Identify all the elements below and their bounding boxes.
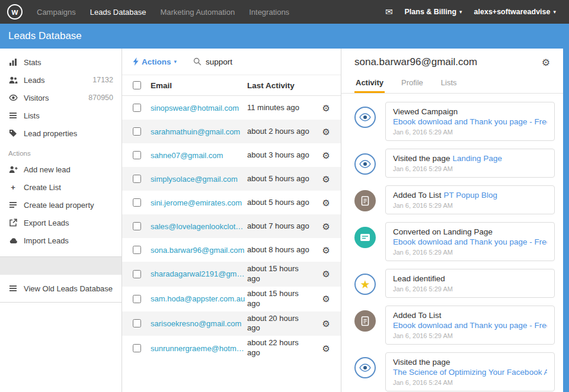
activity-title: Visited the page bbox=[393, 154, 450, 163]
sidebar-item-stats[interactable]: Stats bbox=[0, 53, 122, 71]
lead-email-link[interactable]: sam.hoda@appster.com.au bbox=[151, 294, 247, 303]
wishpond-logo[interactable]: w bbox=[7, 4, 23, 20]
row-checkbox[interactable] bbox=[133, 344, 141, 352]
sidebar-divider-gap bbox=[0, 257, 122, 275]
activity-item: Added To ListPT Popup Blog Jan 6, 2016 5… bbox=[354, 185, 555, 214]
actions-dropdown-button[interactable]: Actions ▾ bbox=[133, 57, 177, 66]
lead-email-link[interactable]: sona.barwar96@gmail.com bbox=[151, 246, 247, 255]
activity-link[interactable]: Ebook download and Thank you page - Free… bbox=[393, 237, 547, 246]
row-checkbox[interactable] bbox=[133, 319, 141, 327]
row-gear-icon[interactable]: ⚙ bbox=[322, 175, 330, 184]
select-all-checkbox[interactable] bbox=[133, 81, 141, 89]
activity-date: Jan 6, 2016 5:29 AM bbox=[393, 285, 547, 293]
sidebar-item-label: Add new lead bbox=[24, 165, 71, 174]
leads-rows: sinopswear@hotmail.com 11 minutes ago ⚙ … bbox=[122, 96, 341, 392]
sidebar-item-import-leads[interactable]: Import Leads bbox=[0, 232, 122, 249]
lead-email-link[interactable]: sales@lovelagenlookclothing.co… bbox=[151, 222, 247, 231]
row-gear-icon[interactable]: ⚙ bbox=[322, 269, 330, 278]
lead-email-link[interactable]: sunrunnergraeme@hotmail.com bbox=[151, 344, 247, 353]
lead-email-link[interactable]: sini.jerome@emirates.com bbox=[151, 198, 247, 207]
activity-item: Added To List Ebook download and Thank y… bbox=[354, 306, 555, 345]
row-gear-icon[interactable]: ⚙ bbox=[322, 198, 330, 207]
export-icon bbox=[8, 218, 18, 227]
lead-email-link[interactable]: simplysolace@gmail.com bbox=[151, 175, 247, 184]
row-checkbox[interactable] bbox=[133, 151, 141, 159]
old-database-icon bbox=[8, 284, 18, 293]
row-gear-icon[interactable]: ⚙ bbox=[322, 104, 330, 113]
row-checkbox[interactable] bbox=[133, 222, 141, 230]
lead-detail-panel: sona.barwar96@gmail.com ⚙ Activity Profi… bbox=[341, 49, 563, 392]
row-checkbox[interactable] bbox=[133, 175, 141, 183]
row-gear-icon[interactable]: ⚙ bbox=[322, 344, 330, 353]
activity-feed: Viewed Campaign Ebook download and Thank… bbox=[341, 94, 563, 392]
plans-billing-menu[interactable]: Plans & Billing▾ bbox=[399, 8, 468, 16]
lead-row[interactable]: sunrunnergraeme@hotmail.com about 22 hou… bbox=[122, 336, 341, 361]
nav-leads-database[interactable]: Leads Database bbox=[83, 8, 154, 17]
row-gear-icon[interactable]: ⚙ bbox=[322, 127, 330, 136]
row-checkbox[interactable] bbox=[133, 246, 141, 254]
activity-inline-link[interactable]: PT Popup Blog bbox=[444, 191, 498, 200]
lead-row[interactable]: sini.jerome@emirates.com about 5 hours a… bbox=[122, 191, 341, 214]
sidebar-item-visitors[interactable]: Visitors 870950 bbox=[0, 89, 122, 107]
row-checkbox[interactable] bbox=[133, 198, 141, 207]
activity-link[interactable]: The Science of Optimizing Your Facebook … bbox=[393, 368, 547, 377]
sidebar-item-create-lead-property[interactable]: Create lead property bbox=[0, 196, 122, 214]
tab-activity[interactable]: Activity bbox=[354, 73, 385, 93]
lead-row[interactable]: sahne07@gmail.com about 3 hours ago ⚙ bbox=[122, 143, 341, 167]
row-gear-icon[interactable]: ⚙ bbox=[322, 151, 330, 160]
lead-email-link[interactable]: sinopswear@hotmail.com bbox=[151, 104, 247, 113]
lead-row[interactable]: simplysolace@gmail.com about 5 hours ago… bbox=[122, 167, 341, 191]
row-checkbox[interactable] bbox=[133, 104, 141, 112]
row-gear-icon[interactable]: ⚙ bbox=[322, 246, 330, 255]
activity-inline-link[interactable]: Landing Page bbox=[453, 154, 502, 163]
nav-integrations[interactable]: Integrations bbox=[242, 8, 296, 17]
sidebar-item-lists[interactable]: Lists bbox=[0, 107, 122, 124]
lead-row[interactable]: sinopswear@hotmail.com 11 minutes ago ⚙ bbox=[122, 96, 341, 120]
row-checkbox[interactable] bbox=[133, 127, 141, 136]
account-menu[interactable]: alexs+softwareadvise▾ bbox=[468, 8, 562, 16]
sidebar-item-lead-properties[interactable]: Lead properties bbox=[0, 124, 122, 142]
activity-item: ★ Lead identified Jan 6, 2016 5:29 AM bbox=[354, 269, 555, 298]
activity-item: Converted on Landing Page Ebook download… bbox=[354, 222, 555, 261]
row-gear-icon[interactable]: ⚙ bbox=[322, 222, 330, 231]
lead-row[interactable]: sarisoekresno@gmail.com about 20 hours a… bbox=[122, 311, 341, 336]
logo-letter: w bbox=[12, 7, 18, 17]
row-gear-icon[interactable]: ⚙ bbox=[322, 294, 330, 303]
lead-email-link[interactable]: sharadagarwal2191@gmail.com bbox=[151, 269, 247, 278]
lead-email-link[interactable]: sarahmathuin@gmail.com bbox=[151, 127, 247, 136]
activity-link[interactable]: Ebook download and Thank you page - Free… bbox=[393, 321, 547, 330]
sidebar-item-view-old-leads-database[interactable]: View Old Leads Database bbox=[0, 279, 122, 297]
last-activity-text: about 15 hours ago bbox=[247, 264, 310, 284]
star-icon: ★ bbox=[354, 274, 376, 295]
lead-row[interactable]: sarahmathuin@gmail.com about 2 hours ago… bbox=[122, 120, 341, 143]
nav-marketing-automation[interactable]: Marketing Automation bbox=[153, 8, 242, 17]
lead-detail-header: sona.barwar96@gmail.com ⚙ bbox=[341, 49, 563, 73]
nav-campaigns[interactable]: Campaigns bbox=[30, 8, 83, 17]
sidebar-item-leads[interactable]: Leads 17132 bbox=[0, 71, 122, 89]
search-input[interactable] bbox=[206, 57, 295, 66]
lead-row[interactable]: sam.hoda@appster.com.au about 15 hours a… bbox=[122, 287, 341, 311]
lead-row[interactable]: sales@lovelagenlookclothing.co… about 7 … bbox=[122, 214, 341, 238]
search-box bbox=[193, 57, 295, 66]
sidebar-item-create-list[interactable]: + Create List bbox=[0, 178, 122, 196]
row-checkbox[interactable] bbox=[133, 295, 141, 303]
activity-link[interactable]: Ebook download and Thank you page - Free… bbox=[393, 117, 547, 126]
lead-row[interactable]: sharadagarwal2191@gmail.com about 15 hou… bbox=[122, 262, 341, 287]
lead-email-link[interactable]: sarisoekresno@gmail.com bbox=[151, 319, 247, 328]
row-gear-icon[interactable]: ⚙ bbox=[322, 319, 330, 328]
sidebar-item-add-new-lead[interactable]: Add new lead bbox=[0, 160, 122, 178]
tab-profile[interactable]: Profile bbox=[400, 73, 424, 93]
row-checkbox[interactable] bbox=[133, 270, 141, 278]
lead-email-link[interactable]: sahne07@gmail.com bbox=[151, 151, 247, 160]
sidebar-item-label: Create List bbox=[24, 183, 61, 192]
main-content: Stats Leads 17132 Visitors 870950 Lists bbox=[0, 49, 569, 392]
lists-icon bbox=[8, 111, 18, 120]
mail-icon[interactable]: ✉ bbox=[385, 7, 393, 17]
activity-date: Jan 6, 2016 5:29 AM bbox=[393, 128, 547, 136]
right-scrollbar[interactable] bbox=[563, 49, 569, 392]
last-activity-text: about 15 hours ago bbox=[247, 289, 310, 309]
lead-settings-gear-icon[interactable]: ⚙ bbox=[536, 57, 550, 68]
tab-lists[interactable]: Lists bbox=[440, 73, 458, 93]
sidebar-item-export-leads[interactable]: Export Leads bbox=[0, 214, 122, 232]
lead-row[interactable]: sona.barwar96@gmail.com about 8 hours ag… bbox=[122, 238, 341, 262]
